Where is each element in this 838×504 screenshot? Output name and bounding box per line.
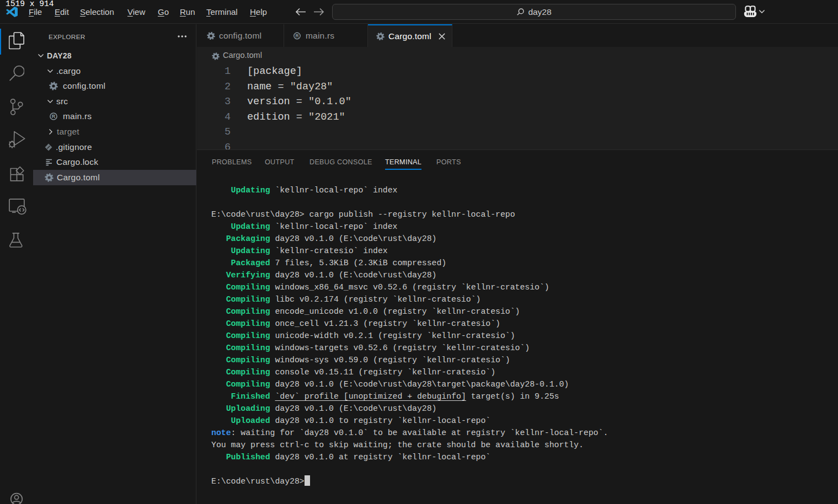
svg-text:R: R <box>52 114 56 120</box>
svg-text:R: R <box>295 33 298 39</box>
